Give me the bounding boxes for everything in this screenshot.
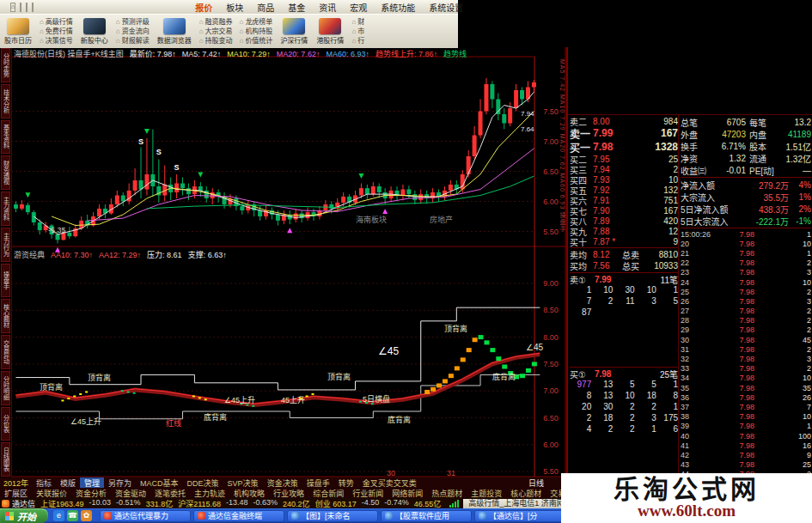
pane2-header: 游资经典AA10: 7.30↑AA12: 7.29↑压力: 8.61支撑: 6.… [14, 249, 233, 260]
tick-row[interactable]: 217.981 [681, 248, 811, 258]
toolbar-button-港股行情[interactable]: 港股行情 [316, 18, 344, 45]
home-icon[interactable]: ⌂ [10, 3, 15, 12]
tick-row[interactable]: 317.982 [681, 344, 811, 354]
taskbar-button[interactable]: 【图】[未命名 [287, 510, 378, 522]
taskbar-button[interactable]: 通达信金融终端 [193, 510, 284, 522]
tick-row[interactable]: 337.982 [681, 364, 811, 374]
tick-row[interactable]: 277.982 [681, 307, 811, 316]
toolbar-link-label: 市 [357, 27, 364, 36]
toolbar-link-决策信号[interactable]: ⌂决策信号 [40, 36, 73, 46]
menu-item-系统设置[interactable]: 系统设置 [422, 0, 470, 15]
tick-row[interactable]: 247.9810 [681, 277, 811, 287]
panel-icon[interactable] [20, 3, 21, 12]
taskbar-button[interactable]: 【股票软件应用 [381, 510, 472, 522]
menu-item-资讯[interactable]: 资讯 [312, 0, 343, 15]
tick-row[interactable]: 15:00:267.981 [681, 229, 811, 239]
tick-row[interactable]: 417.9816 [681, 441, 811, 450]
menu-item-系统功能[interactable]: 系统功能 [374, 0, 422, 15]
menu-item-商品[interactable]: 商品 [250, 0, 281, 15]
flow-pct: 1% [789, 192, 811, 202]
flow-row: 净流入额279.2万4% [681, 179, 811, 191]
menu-item-板块[interactable]: 板块 [219, 0, 250, 15]
toolbar-link-龙虎榜单[interactable]: ⌂龙虎榜单 [240, 17, 273, 27]
level-price: 7.93 [593, 175, 629, 185]
sidebar-tab-主力资料[interactable]: 主力资料 [1, 192, 10, 226]
index-quote-segment: -0.63% [253, 498, 278, 509]
tick-row[interactable]: 367.9826 [681, 392, 811, 402]
sidebar-tab-分时明细[interactable]: 分时明细 [1, 371, 10, 405]
house-icon: ⌂ [240, 17, 244, 27]
tick-row[interactable]: 327.983 [681, 354, 811, 363]
level-price: 7.87 * [593, 237, 629, 246]
tick-row[interactable]: 347.9810 [681, 374, 811, 383]
stat-row: 净资1.32流通1.32亿 [681, 152, 811, 164]
menu-item-基金[interactable]: 基金 [281, 0, 312, 15]
tick-row[interactable]: 437.9825 [681, 460, 811, 470]
tick-row[interactable]: 227.982 [681, 258, 811, 268]
toolbar-button-数据浏览器[interactable]: 数据浏览器 [157, 18, 192, 45]
tick-row[interactable]: 297.982 [681, 325, 811, 335]
toolbar-link-行[interactable]: ⌂行 [351, 36, 364, 46]
toolbar-link-市[interactable]: ⌂市 [351, 27, 364, 36]
summary-cell: 总买 [622, 259, 645, 272]
toolbar-link-预测评级[interactable]: ⌂预测评级 [116, 17, 150, 27]
panel-icon[interactable] [26, 3, 27, 12]
toolbar-link-机构持股[interactable]: ⌂机构持股 [240, 27, 273, 36]
sidebar-tab-技术分析[interactable]: 技术分析 [1, 84, 10, 119]
chart-canvas[interactable]: 7.507.006.506.005.509.008.508.007.507.00… [11, 47, 566, 477]
tick-row[interactable]: 387.9810 [681, 412, 811, 422]
toolbar-link-高级行情[interactable]: ⌂高级行情 [40, 17, 73, 27]
tick-row[interactable]: 257.982 [681, 287, 811, 296]
toolbar-link-资金流向[interactable]: ⌂资金流向 [116, 27, 150, 36]
toolbar-link-财报解读[interactable]: ⌂财报解读 [116, 36, 150, 46]
taskbar-button-label: 【图】[未命名 [302, 510, 351, 521]
house-icon: ⌂ [351, 36, 356, 46]
tick-row[interactable]: 377.987 [681, 402, 811, 411]
tick-row[interactable]: 237.983 [681, 268, 811, 277]
quick-launch-icon[interactable]: ✿ [81, 510, 92, 521]
sidebar-tab-财务透视[interactable]: 财务透视 [1, 155, 10, 190]
taskbar-button[interactable]: 【通达信】[分 [474, 510, 565, 522]
tick-row[interactable]: 207.9810 [681, 239, 811, 248]
tick-volume: 26 [754, 393, 811, 402]
start-button[interactable]: 开始 [0, 508, 48, 523]
chart-area[interactable]: 7.507.006.506.005.509.008.508.007.507.00… [11, 47, 566, 477]
tick-time: 32 [681, 355, 720, 363]
sidebar-tab-主力行为[interactable]: 主力行为 [1, 228, 10, 262]
tick-row[interactable]: 307.9845 [681, 335, 811, 344]
level-row-卖一[interactable]: 卖一7.99167 [570, 126, 678, 140]
tick-row[interactable]: 287.982 [681, 316, 811, 325]
toolbar-link-融资融券[interactable]: ⌂融资融券 [199, 17, 233, 27]
toolbar-button-股市日历[interactable]: 股市日历 [4, 18, 32, 45]
menu-item-报价[interactable]: 报价 [188, 0, 219, 15]
toolbar-link-财[interactable]: ⌂财 [351, 17, 364, 27]
menu-item-宏观[interactable]: 宏观 [343, 0, 374, 15]
panel-icon[interactable] [32, 3, 34, 12]
tick-row[interactable]: 357.9835 [681, 383, 811, 392]
sidebar-tab-分时走势[interactable]: 分时走势 [1, 48, 10, 82]
toolbar-link-大宗交易[interactable]: ⌂大宗交易 [199, 27, 233, 36]
toolbar-button-沪深行情[interactable]: 沪深行情 [280, 18, 308, 45]
sidebar-tab-交易异动[interactable]: 交易异动 [1, 335, 10, 369]
level-row-买十[interactable]: 买十7.87 *9 [570, 236, 678, 246]
tick-row[interactable]: 407.98100 [681, 431, 811, 441]
tick-row[interactable]: 427.989 [681, 450, 811, 459]
toolbar-link-持股变动[interactable]: ⌂持股变动 [199, 36, 233, 46]
queue-cell: 1 [656, 285, 678, 296]
toolbar-link-免费行情[interactable]: ⌂免费行情 [40, 27, 73, 36]
tick-row[interactable]: 267.983 [681, 296, 811, 306]
tab-核心题材[interactable]: 核心题材 [506, 488, 546, 499]
quick-launch-icon[interactable]: ☎ [67, 510, 78, 521]
sidebar-tab-分价表[interactable]: 分价表 [1, 407, 10, 441]
quick-launch-icon[interactable]: e [53, 510, 64, 521]
toolbar-link-价值统计[interactable]: ⌂价值统计 [240, 36, 273, 46]
sidebar-tab-核心题材[interactable]: 核心题材 [1, 299, 10, 333]
level-row-卖二[interactable]: 卖二8.00984 [570, 116, 678, 126]
sidebar-tab-日线图表[interactable]: 日线图表 [1, 442, 10, 477]
sidebar-tab-操盘手[interactable]: 操盘手 [1, 264, 10, 298]
tab-主题投资[interactable]: 主题投资 [467, 488, 506, 499]
taskbar-button[interactable]: 通达信代理暴力 [100, 510, 191, 522]
tick-row[interactable]: 397.981 [681, 422, 811, 431]
sidebar-tab-基本资料[interactable]: 基本资料 [1, 120, 10, 155]
toolbar-button-新股中心[interactable]: 新股中心 [81, 18, 108, 45]
